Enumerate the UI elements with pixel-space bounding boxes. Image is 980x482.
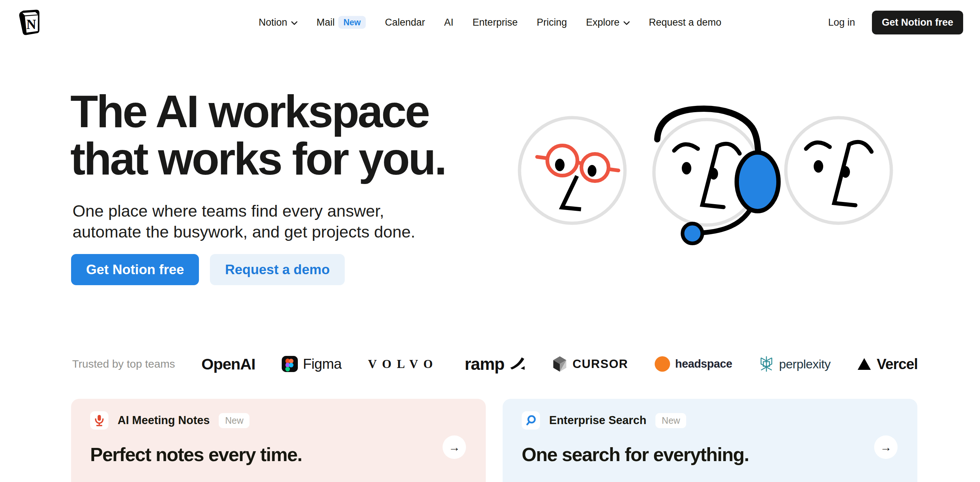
nav-label: Enterprise [473,17,518,28]
main-nav: Notion Mail New Calendar AI Enterprise P… [259,16,721,29]
hero-subtitle-line2: automate the busywork, and get projects … [73,222,415,241]
notion-logo-icon[interactable]: N [17,8,40,36]
top-nav-bar: N Notion Mail New Calendar AI Enterprise… [0,0,980,45]
nav-item-explore[interactable]: Explore [586,17,630,28]
nav-label: Pricing [537,17,567,28]
ai-meeting-notes-card[interactable]: AI Meeting Notes New Perfect notes every… [71,399,486,482]
nav-item-mail[interactable]: Mail New [317,16,366,29]
headspace-logo: headspace [655,356,732,372]
svg-text:N: N [26,17,36,32]
log-in-link[interactable]: Log in [828,17,855,28]
nav-label: Mail [317,17,335,28]
vercel-logo: Vercel [857,356,918,372]
nav-label: Explore [586,17,619,28]
nav-item-calendar[interactable]: Calendar [385,17,425,28]
perplexity-logo: perplexity [759,356,831,372]
card-headline: One search for everything. [522,444,898,466]
hero-cta-group: Get Notion free Request a demo [71,254,345,285]
nav-item-enterprise[interactable]: Enterprise [473,17,518,28]
header-actions: Log in Get Notion free [828,11,963,34]
arrow-right-button[interactable]: → [874,436,897,459]
nav-label: Calendar [385,17,425,28]
nav-label: AI [444,17,453,28]
hero-title-line1: The AI workspace [70,86,429,137]
figma-logo: Figma [282,356,342,372]
chevron-down-icon [623,21,630,25]
enterprise-search-card[interactable]: Enterprise Search New One search for eve… [503,399,917,482]
headspace-wordmark: headspace [675,358,732,370]
headspace-circle-icon [655,356,670,372]
search-icon [522,411,540,429]
cursor-cube-icon [552,356,568,372]
nav-item-ai[interactable]: AI [444,17,453,28]
arrow-right-icon: → [880,441,892,454]
request-a-demo-button[interactable]: Request a demo [210,254,345,285]
card-header: Enterprise Search New [522,411,898,429]
hero-title-line2: that works for you. [70,133,445,184]
chevron-down-icon [291,21,298,25]
cursor-wordmark: CURSOR [573,357,628,371]
vercel-triangle-icon [857,358,872,370]
ramp-swoosh-icon [510,357,526,371]
perplexity-wordmark: perplexity [779,357,831,371]
hero-title: The AI workspace that works for you. [70,88,445,182]
card-header: AI Meeting Notes New [90,411,467,429]
microphone-icon [90,411,108,429]
ramp-logo: ramp [465,354,525,374]
new-badge: New [338,16,366,29]
new-badge: New [219,413,250,428]
card-headline: Perfect notes every time. [90,444,467,466]
team-faces-illustration [517,98,911,260]
get-notion-free-button[interactable]: Get Notion free [71,254,199,285]
trusted-logos-strip: Trusted by top teams OpenAI Figma VOLVO … [72,348,918,380]
nav-item-pricing[interactable]: Pricing [537,17,567,28]
card-title: AI Meeting Notes [118,414,210,427]
nav-label: Notion [259,17,287,28]
arrow-right-button[interactable]: → [442,436,466,459]
perplexity-icon [759,356,774,372]
card-title: Enterprise Search [549,414,646,427]
nav-label: Request a demo [649,17,721,28]
new-badge: New [655,413,686,428]
hero-subtitle: One place where teams find every answer,… [73,201,415,242]
nav-item-notion[interactable]: Notion [259,17,298,28]
cursor-logo: CURSOR [552,356,628,372]
figma-icon [282,356,298,372]
trusted-caption: Trusted by top teams [72,358,175,370]
figma-wordmark: Figma [303,356,342,372]
nav-item-request-demo[interactable]: Request a demo [649,17,721,28]
openai-logo: OpenAI [202,355,255,373]
arrow-right-icon: → [449,441,460,454]
hero-subtitle-line1: One place where teams find every answer, [73,202,384,220]
get-notion-free-button[interactable]: Get Notion free [872,11,963,34]
ramp-wordmark: ramp [465,354,504,374]
vercel-wordmark: Vercel [877,356,918,372]
volvo-logo: VOLVO [368,358,439,371]
